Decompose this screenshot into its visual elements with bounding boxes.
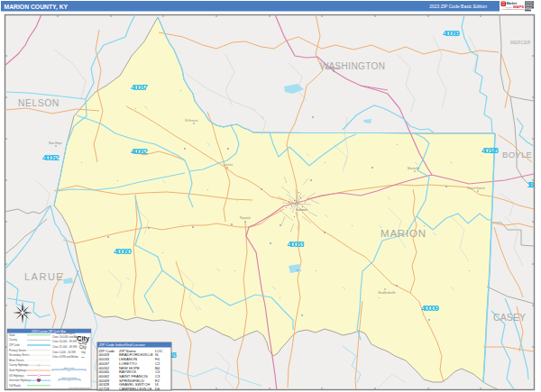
svg-text:40052: 40052 <box>42 153 60 162</box>
svg-text:Minor Streets: Minor Streets <box>9 359 24 362</box>
svg-text:Copyright MarketMAPS: Copyright MarketMAPS <box>69 387 89 388</box>
svg-text:Scale 1:Kilometer: Scale 1:Kilometer <box>61 377 77 378</box>
svg-text:Gravel Switch: Gravel Switch <box>467 187 485 190</box>
svg-text:Cities 25,000 - 49,999: Cities 25,000 - 49,999 <box>52 345 78 349</box>
svg-text:40328: 40328 <box>481 146 499 155</box>
svg-text:NELSON: NELSON <box>18 98 60 108</box>
svg-text:Bradfordsville: Bradfordsville <box>379 291 397 295</box>
svg-text:Toll Roads: Toll Roads <box>9 384 22 387</box>
svg-text:WEB US: WEB US <box>526 6 533 8</box>
svg-text:CALL US: CALL US <box>526 4 533 5</box>
svg-text:St Francis: St Francis <box>185 119 198 123</box>
svg-text:40060: 40060 <box>114 247 132 256</box>
svg-text:Loretto: Loretto <box>224 163 233 167</box>
svg-text:Primary Streets: Primary Streets <box>9 349 27 352</box>
svg-text:Lebanon: Lebanon <box>297 208 308 212</box>
svg-text:New Hope: New Hope <box>49 141 62 145</box>
svg-text:BOYLE: BOYLE <box>502 150 532 160</box>
svg-text:40062: 40062 <box>131 147 148 156</box>
svg-text:40069: 40069 <box>443 29 460 38</box>
svg-text:42718: 42718 <box>99 387 110 391</box>
svg-text:40037: 40037 <box>131 83 148 92</box>
svg-text:40009: 40009 <box>421 304 439 313</box>
svg-text:ZIP Code Index/Grid Locator: ZIP Code Index/Grid Locator <box>99 342 146 347</box>
svg-text:City: City <box>79 345 87 350</box>
svg-text:40033: 40033 <box>288 240 305 249</box>
svg-text:2023 ZIP Code Basic Edition: 2023 ZIP Code Basic Edition <box>429 4 487 9</box>
svg-text:WASHINGTON: WASHINGTON <box>320 61 385 71</box>
svg-text:Raywick: Raywick <box>240 216 251 220</box>
svg-text:Mackville: Mackville <box>408 167 419 170</box>
svg-text:Scale 1:Mile: Scale 1:Mile <box>64 367 76 369</box>
svg-text:MERCER: MERCER <box>510 41 531 45</box>
svg-text:MARION: MARION <box>381 228 426 239</box>
svg-text:County: County <box>9 338 17 342</box>
svg-text:State: State <box>9 333 15 337</box>
svg-text:D6: D6 <box>155 387 160 391</box>
svg-text:MARION COUNTY, KY: MARION COUNTY, KY <box>5 4 69 11</box>
svg-text:County Highways: County Highways <box>9 363 29 367</box>
svg-text:CAMPBELLSVILLE: CAMPBELLSVILLE <box>119 387 152 391</box>
svg-text:18: 18 <box>527 180 535 189</box>
svg-text:MAIL US: MAIL US <box>526 1 533 3</box>
svg-text:LARUE: LARUE <box>24 271 64 282</box>
svg-text:City: City <box>81 351 86 354</box>
svg-text:Cities 4,999 and Below: Cities 4,999 and Below <box>52 355 79 359</box>
svg-text:Cities 5,000 - 24,999: Cities 5,000 - 24,999 <box>52 351 76 354</box>
svg-text:State Highways: State Highways <box>9 369 27 372</box>
svg-text:Cities 50,000 - 99,999: Cities 50,000 - 99,999 <box>52 340 78 343</box>
svg-text:CASEY: CASEY <box>493 313 526 323</box>
svg-text:ZIP Code: ZIP Code <box>9 343 20 347</box>
svg-text:US Highways: US Highways <box>9 374 24 378</box>
